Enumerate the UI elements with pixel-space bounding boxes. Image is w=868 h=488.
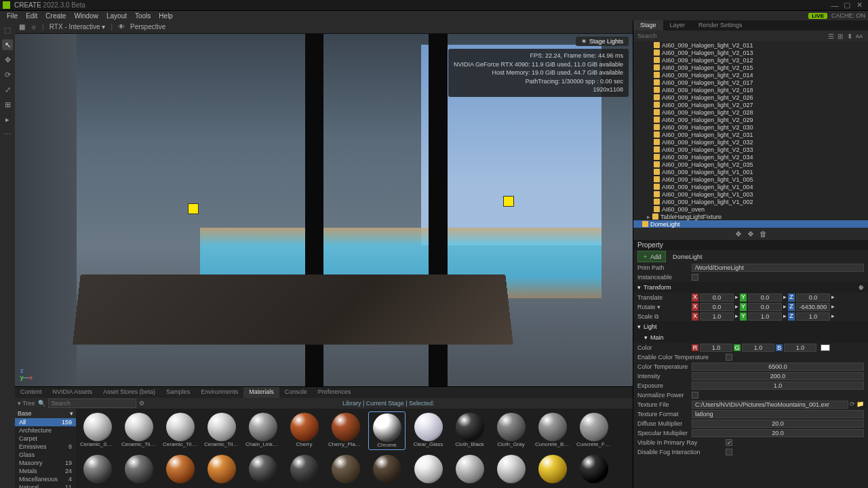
render-mode-dropdown[interactable]: RTX - Interactive ▾ [50, 23, 106, 30]
outliner-node[interactable]: AI60_009_Halogen_light_V2_032 [633, 138, 868, 146]
translate-y-input[interactable] [748, 293, 782, 302]
menu-help[interactable]: Help [155, 12, 177, 20]
outliner-node[interactable]: AI60_009_Halogen_light_V2_011 [633, 41, 868, 49]
menu-file[interactable]: File [3, 12, 22, 20]
add-button[interactable]: ＋Add [637, 251, 666, 262]
material-chain_link_fence[interactable]: Chain_Link_Fence [244, 411, 281, 450]
outliner-node[interactable]: AI60_009_Halogen_light_V2_031 [633, 131, 868, 138]
material-cloth_gray[interactable]: Cloth_Gray [492, 411, 530, 450]
material-item[interactable] [368, 453, 406, 485]
texture-format-dropdown[interactable] [692, 410, 864, 418]
outliner-node[interactable]: AI60_009_Halogen_light_V2_012 [633, 56, 868, 64]
prim-path-input[interactable] [692, 264, 864, 272]
material-chrome[interactable]: Chrome [368, 411, 406, 450]
eye-icon[interactable]: 👁 [118, 23, 125, 30]
live-badge[interactable]: LIVE [808, 13, 827, 19]
stage-search-input[interactable] [637, 33, 826, 39]
specular-mult-input[interactable] [692, 429, 864, 437]
stage-lights-button[interactable]: ☀Stage Lights [576, 37, 629, 46]
category-architecture[interactable]: Architecture [15, 426, 76, 434]
exposure-input[interactable] [692, 382, 864, 390]
material-item[interactable] [492, 453, 530, 485]
material-item[interactable] [161, 453, 199, 485]
color-swatch[interactable] [821, 344, 830, 351]
category-carpet[interactable]: Carpet [15, 434, 76, 443]
tab-environments[interactable]: Environments [195, 387, 243, 398]
light-section[interactable]: ▾Light [633, 321, 868, 332]
texture-file-input[interactable] [692, 401, 848, 409]
rotate-x-input[interactable] [700, 303, 734, 311]
category-miscellaneous[interactable]: Miscellaneous4 [15, 475, 76, 483]
color-temp-input[interactable] [692, 363, 864, 371]
color-r-input[interactable] [700, 344, 732, 352]
normalize-checkbox[interactable] [692, 392, 698, 399]
diffuse-mult-input[interactable] [692, 420, 864, 428]
outliner-node[interactable]: AI60_009_Halogen_light_V2_035 [633, 161, 868, 168]
enable-ct-checkbox[interactable] [726, 354, 732, 361]
outliner-node[interactable]: AI60_009_Halogen_light_V2_030 [633, 123, 868, 131]
material-item[interactable] [120, 453, 157, 485]
translate-x-input[interactable] [700, 293, 734, 302]
tab-preferences[interactable]: Preferences [313, 387, 357, 398]
tree-toggle[interactable]: Tree [22, 400, 35, 407]
category-glass[interactable]: Glass [15, 451, 76, 459]
materials-search-input[interactable] [48, 399, 136, 408]
rtab-render-settings[interactable]: Render Settings [692, 20, 749, 30]
material-ceramic_smooth_fired[interactable]: Ceramic_Smooth_Fired [79, 411, 116, 450]
projection-dropdown[interactable]: Perspective [130, 23, 165, 30]
outliner-node[interactable]: ▸ TableHangLightFixture [633, 213, 868, 220]
category-natural[interactable]: Natural11 [15, 483, 76, 488]
move-tool-icon[interactable]: ✥ [2, 54, 13, 65]
outliner-node[interactable]: AI60_009_Halogen_light_V2_013 [633, 49, 868, 56]
outliner-node[interactable]: AI60_009_Halogen_light_V2_015 [633, 64, 868, 71]
outliner-node[interactable]: AI60_009_Halogen_light_V2_026 [633, 94, 868, 101]
scale-x-input[interactable] [700, 312, 734, 321]
cursor-tool-icon[interactable]: ↖ [2, 39, 13, 50]
material-item[interactable] [79, 453, 116, 485]
trash-icon[interactable]: 🗑 [760, 230, 767, 238]
color-b-input[interactable] [784, 344, 816, 352]
outliner-node[interactable]: AI60_009_Halogen_light_V1_001 [633, 168, 868, 176]
outliner-node[interactable]: AI60_009_Halogen_light_V2_028 [633, 108, 868, 116]
select-tool-icon[interactable]: ⬚ [2, 24, 13, 35]
light-gizmo-icon[interactable] [188, 203, 199, 214]
outliner-node[interactable]: AI60_009_Halogen_light_V2_029 [633, 116, 868, 123]
scale-tool-icon[interactable]: ⤢ [2, 84, 13, 95]
outliner-node[interactable]: AI60_009_Halogen_light_V1_003 [633, 190, 868, 198]
misc-tool-icon[interactable]: ⋯ [2, 129, 13, 140]
material-item[interactable] [575, 453, 612, 485]
category-metals[interactable]: Metals24 [15, 467, 76, 475]
material-cloth_black[interactable]: Cloth_Black [451, 411, 488, 450]
translate-z-input[interactable] [796, 293, 830, 302]
type-icon[interactable]: AA [854, 33, 864, 39]
material-concrete_formed[interactable]: Concrete_Formed [575, 411, 612, 450]
scale-z-input[interactable] [796, 312, 830, 321]
light-toggle-icon[interactable]: ☼ [31, 23, 37, 30]
camera-icon[interactable]: ▦ [19, 23, 25, 30]
material-ceramic_tile_18[interactable]: Ceramic_Tile_18 [161, 411, 199, 450]
outliner[interactable]: AI60_009_Halogen_light_V2_011AI60_009_Ha… [633, 41, 868, 228]
minimize-icon[interactable]: — [829, 1, 841, 9]
scale-y-input[interactable] [748, 312, 782, 321]
outliner-node[interactable]: AI60_009_Halogen_light_V1_004 [633, 183, 868, 190]
tab-nvidia-assets[interactable]: NVIDIA Assets [47, 387, 98, 398]
light-gizmo-icon[interactable] [503, 196, 514, 207]
tab-samples[interactable]: Samples [161, 387, 195, 398]
reset-icon[interactable]: ⊕ [859, 284, 864, 291]
browse-icon[interactable]: 📁 [856, 401, 864, 409]
material-ceramic_tile_6[interactable]: Ceramic_Tile_6 [203, 411, 240, 450]
rtab-stage[interactable]: Stage [633, 20, 663, 30]
outliner-node[interactable]: DomeLight [633, 220, 868, 228]
menu-edit[interactable]: Edit [22, 12, 41, 20]
menu-layout[interactable]: Layout [102, 12, 131, 20]
tab-materials[interactable]: Materials [243, 387, 279, 398]
maximize-icon[interactable]: ▢ [841, 1, 853, 9]
rotate-z-input[interactable] [796, 303, 830, 311]
tab-asset-stores-beta-[interactable]: Asset Stores (beta) [98, 387, 161, 398]
layers-icon[interactable]: ❖ [735, 230, 742, 239]
outliner-node[interactable]: AI60_009_Halogen_light_V2_017 [633, 79, 868, 86]
material-item[interactable] [410, 453, 447, 485]
sort-icon[interactable]: ⬍ [845, 33, 854, 40]
rotate-tool-icon[interactable]: ⟳ [2, 69, 13, 80]
material-item[interactable] [285, 453, 323, 485]
